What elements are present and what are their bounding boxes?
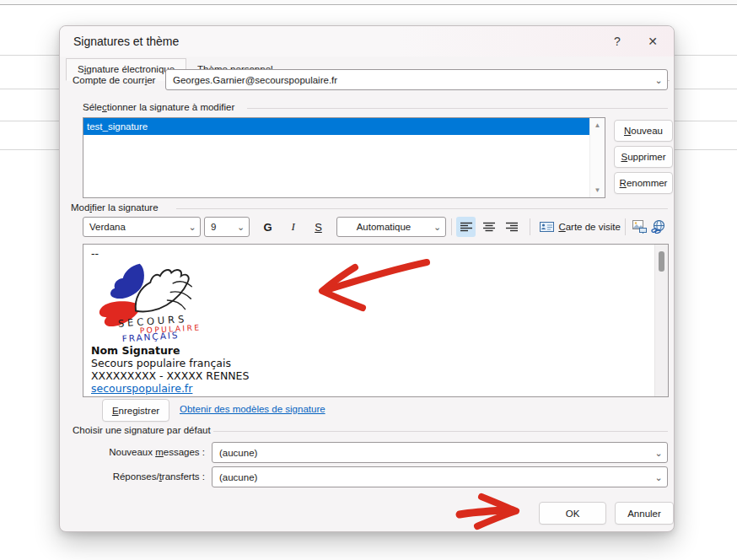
business-card-label: Carte de visite	[558, 222, 621, 232]
replies-forwards-label: Réponses/transferts :	[60, 466, 205, 487]
new-messages-combobox[interactable]: (aucune) ⌄	[212, 442, 668, 463]
signatures-dialog: Signatures et thème ? ✕ Signature électr…	[59, 25, 675, 532]
new-messages-label: Nouveaux messages :	[60, 442, 205, 463]
list-scrollbar[interactable]: ▲ ▼	[589, 118, 605, 197]
select-signature-legend: Sélectionner la signature à modifier	[83, 102, 234, 112]
font-size-combobox[interactable]: 9 ⌄	[204, 217, 250, 237]
font-size-value: 9	[205, 222, 234, 232]
group-divider	[213, 431, 668, 432]
bold-button[interactable]: G	[258, 217, 278, 237]
scroll-up-icon[interactable]: ▲	[590, 121, 605, 129]
business-card-button[interactable]: Carte de visite	[535, 217, 625, 237]
chevron-down-icon[interactable]: ⌄	[650, 76, 667, 84]
align-left-icon[interactable]	[456, 217, 476, 237]
account-combobox[interactable]: Georges.Garnier@secourspopulaire.fr ⌄	[165, 69, 668, 90]
align-right-icon[interactable]	[502, 217, 521, 237]
signature-address: XXXXXXXXX - XXXXX RENNES	[91, 369, 654, 382]
underline-button[interactable]: S	[309, 217, 329, 237]
signature-divider: --	[91, 247, 654, 260]
dialog-title: Signatures et thème	[60, 35, 603, 48]
toolbar-separator	[451, 218, 452, 235]
align-center-icon[interactable]	[479, 217, 498, 237]
chevron-down-icon[interactable]: ⌄	[185, 222, 200, 233]
ok-button[interactable]: OK	[539, 502, 606, 525]
toolbar-separator	[625, 218, 626, 235]
editor-scrollbar[interactable]	[654, 245, 668, 396]
editor-scrollbar-thumb[interactable]	[659, 251, 664, 272]
hyperlink-icon[interactable]	[649, 217, 668, 237]
new-button[interactable]: Nouveau	[614, 120, 673, 142]
account-label: Compte de courrier	[73, 70, 155, 90]
close-icon[interactable]: ✕	[638, 30, 667, 53]
default-signature-legend: Choisir une signature par défaut	[73, 425, 211, 435]
chevron-down-icon[interactable]: ⌄	[234, 222, 249, 233]
screen: Signatures et thème ? ✕ Signature électr…	[0, 0, 737, 560]
italic-button[interactable]: I	[283, 217, 304, 237]
chevron-down-icon[interactable]: ⌄	[650, 473, 667, 482]
help-icon[interactable]: ?	[603, 30, 632, 53]
chevron-down-icon[interactable]: ⌄	[650, 449, 667, 457]
rename-button[interactable]: Renommer	[614, 172, 673, 194]
format-toolbar: Verdana ⌄ 9 ⌄ G I S Automatique ⌄	[83, 216, 668, 238]
signature-org: Secours populaire français	[91, 357, 654, 369]
delete-button[interactable]: Supprimer	[614, 146, 673, 168]
signature-templates-link[interactable]: Obtenir des modèles de signature	[180, 404, 325, 414]
secours-populaire-logo: SECOURS POPULAIRE FRANÇAIS	[93, 261, 219, 342]
background-window-edge	[0, 0, 737, 5]
chevron-down-icon[interactable]: ⌄	[430, 222, 445, 233]
font-color-combobox[interactable]: Automatique ⌄	[336, 217, 445, 237]
toolbar-separator	[530, 218, 530, 235]
signature-website-link[interactable]: secourspopulaire.fr	[91, 382, 192, 395]
account-value: Georges.Garnier@secourspopulaire.fr	[166, 75, 650, 85]
new-messages-value: (aucune)	[212, 448, 650, 458]
replies-forwards-combobox[interactable]: (aucune) ⌄	[212, 466, 668, 487]
group-divider	[247, 108, 668, 109]
list-item[interactable]: test_signature	[83, 118, 605, 135]
font-color-value: Automatique	[337, 222, 429, 232]
logo-word-francais: FRANÇAIS	[121, 330, 179, 342]
save-button[interactable]: Enregistrer	[102, 399, 169, 422]
signature-listbox[interactable]: test_signature ▲ ▼	[83, 117, 605, 198]
cancel-button[interactable]: Annuler	[615, 502, 674, 525]
business-card-icon	[540, 222, 554, 232]
scroll-down-icon[interactable]: ▼	[590, 186, 605, 194]
signature-editor[interactable]: -- SECOURS POPULAIRE FRANÇAIS Nom Signat…	[83, 244, 669, 397]
dialog-titlebar: Signatures et thème ? ✕	[60, 26, 674, 57]
replies-forwards-value: (aucune)	[212, 472, 650, 482]
group-divider	[176, 208, 668, 209]
font-family-combobox[interactable]: Verdana ⌄	[83, 217, 201, 237]
font-family-value: Verdana	[83, 222, 185, 232]
insert-image-icon[interactable]	[631, 217, 649, 237]
edit-signature-legend: Modifier la signature	[71, 202, 159, 213]
signature-name: Nom Signature	[91, 344, 654, 357]
signature-preview: -- SECOURS POPULAIRE FRANÇAIS Nom Signat…	[83, 245, 654, 396]
